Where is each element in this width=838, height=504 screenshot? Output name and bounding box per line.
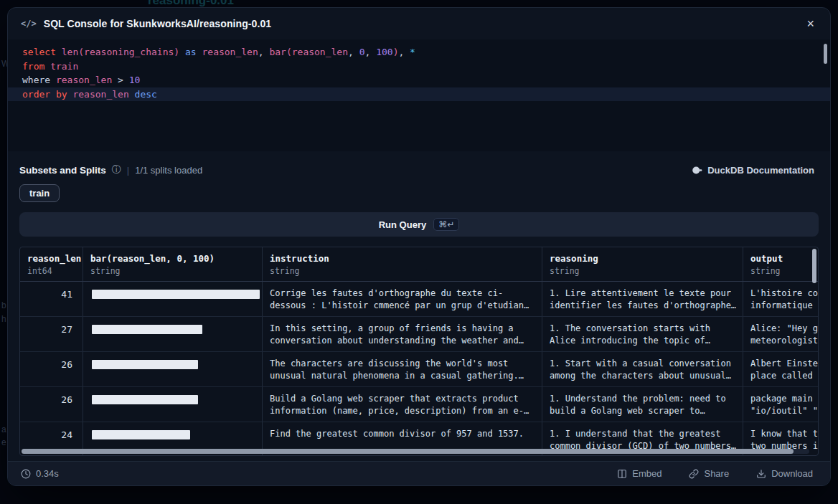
reasoning-cell: 1. Start with a casual conversation amon… [542, 352, 743, 386]
split-chip-train[interactable]: train [19, 184, 60, 202]
code-line[interactable]: select len(reasoning_chains) as reason_l… [8, 45, 830, 60]
info-icon[interactable]: ⓘ [112, 163, 121, 176]
bar-cell [83, 352, 263, 386]
background-fragment: a [1, 424, 6, 434]
code-token: order by [22, 89, 72, 100]
column-type: string [90, 266, 255, 276]
column-header-output[interactable]: outputstring [743, 247, 819, 281]
query-time: 0.34s [21, 468, 59, 479]
bar-fill [92, 360, 198, 369]
code-token: , [348, 47, 359, 57]
share-label: Share [704, 468, 729, 479]
duckdb-doc-label: DuckDB Documentation [707, 165, 814, 176]
footer-actions: Embed Share Download [613, 467, 817, 480]
background-fragment: b [1, 300, 6, 310]
share-button[interactable]: Share [684, 467, 733, 480]
embed-button[interactable]: Embed [613, 467, 666, 480]
column-type: string [750, 266, 819, 276]
sql-editor[interactable]: select len(reasoning_chains) as reason_l… [8, 39, 830, 151]
reasoning-cell: 1. Lire attentivement le texte pour iden… [542, 282, 743, 316]
share-link-icon [689, 469, 699, 479]
code-token: from [22, 61, 50, 72]
reason-len-cell: 41 [20, 282, 83, 316]
reason-len-cell: 26 [20, 387, 83, 422]
table-row[interactable]: 27In this setting, a group of friends is… [20, 317, 819, 352]
bar-cell [83, 387, 263, 422]
subsets-row: Subsets and Splits ⓘ | 1/1 splits loaded… [19, 163, 819, 177]
bar-fill [92, 290, 260, 299]
code-token: len(reasoning_chains) [62, 47, 179, 57]
background-fragment: e [1, 437, 6, 447]
column-header-reason_len[interactable]: reason_lenint64 [20, 247, 83, 281]
download-label: Download [771, 468, 813, 479]
code-token: reason_len [72, 89, 128, 100]
query-time-value: 0.34s [36, 468, 59, 479]
code-token: 100 [376, 47, 392, 57]
code-token: , [258, 47, 270, 57]
close-icon[interactable]: × [804, 17, 817, 30]
output-cell: package main "io/ioutil" " [743, 387, 819, 422]
run-query-label: Run Query [379, 219, 426, 230]
output-cell: Alice: "Hey g meteorologist [743, 317, 819, 351]
splits-loaded-status: 1/1 splits loaded [135, 165, 202, 176]
reason-len-cell: 26 [20, 352, 83, 386]
bar-fill [92, 325, 202, 334]
bar-fill [92, 430, 190, 439]
divider: | [127, 165, 129, 176]
column-name: reasoning [550, 253, 735, 264]
clock-icon [21, 469, 31, 479]
table-row[interactable]: 41Corrige les fautes d'orthographe du te… [20, 282, 819, 317]
table-header-row: reason_lenint64bar(reason_len, 0, 100)st… [20, 247, 819, 282]
code-token: where [22, 75, 56, 85]
column-name: output [750, 253, 819, 264]
table-horizontal-scrollbar[interactable] [22, 449, 809, 454]
code-token: bar(reason_len [269, 47, 348, 57]
reasoning-cell: 1. Understand the problem: need to build… [542, 387, 743, 422]
sql-editor-lines: select len(reasoning_chains) as reason_l… [8, 45, 830, 101]
horizontal-scrollbar-thumb[interactable] [22, 449, 794, 454]
code-line[interactable]: from train [8, 60, 830, 74]
instruction-cell: In this setting, a group of friends is h… [263, 317, 542, 351]
instruction-cell: The characters are discussing the world'… [263, 352, 542, 386]
code-token: * [410, 47, 415, 57]
column-type: string [550, 266, 735, 276]
code-token: desc [135, 89, 157, 100]
code-line[interactable]: order by reason_len desc [8, 87, 830, 102]
code-token: > [112, 75, 128, 85]
page-background: { "background": { "fragments": [ {"text"… [0, 0, 838, 504]
column-name: reason_len [27, 253, 75, 264]
output-cell: Albert Einste place called [743, 352, 819, 386]
modal-title: SQL Console for SkunkworksAI/reasoning-0… [44, 18, 797, 29]
run-query-button[interactable]: Run Query ⌘↵ [19, 212, 819, 237]
download-button[interactable]: Download [752, 467, 817, 480]
column-header-instruction[interactable]: instructionstring [263, 247, 542, 281]
column-header-bar[interactable]: bar(reason_len, 0, 100)string [83, 247, 263, 281]
table-row[interactable]: 26The characters are discussing the worl… [20, 352, 819, 387]
embed-label: Embed [632, 468, 662, 479]
table-vertical-scrollbar[interactable] [812, 249, 816, 283]
column-type: int64 [27, 266, 75, 276]
bar-cell [83, 282, 263, 316]
code-token: as [185, 47, 197, 57]
subsets-title: Subsets and Splits [19, 165, 106, 176]
code-token: , [398, 47, 410, 57]
column-type: string [270, 266, 535, 276]
results-table: reason_lenint64bar(reason_len, 0, 100)st… [19, 247, 819, 456]
code-token [179, 47, 185, 57]
reasoning-cell: 1. The conversation starts with Alice in… [542, 317, 743, 351]
console-footer: 0.34s Embed Share Down [8, 461, 830, 485]
table-row[interactable]: 26Build a Golang web scraper that extrac… [20, 387, 819, 422]
background-fragment: h [1, 314, 6, 324]
editor-scrollbar[interactable] [824, 44, 827, 64]
code-line[interactable]: where reason_len > 10 [8, 73, 830, 87]
duckdb-documentation-link[interactable]: DuckDB Documentation [687, 164, 819, 176]
table-body: 41Corrige les fautes d'orthographe du te… [20, 282, 818, 456]
reason-len-cell: 27 [20, 317, 83, 351]
code-token: reason_len [202, 47, 258, 57]
embed-icon [617, 469, 627, 479]
column-name: instruction [270, 253, 535, 264]
column-header-reasoning[interactable]: reasoningstring [542, 247, 743, 281]
instruction-cell: Build a Golang web scraper that extracts… [263, 387, 542, 422]
column-name: bar(reason_len, 0, 100) [90, 253, 255, 264]
code-token: train [50, 61, 78, 72]
